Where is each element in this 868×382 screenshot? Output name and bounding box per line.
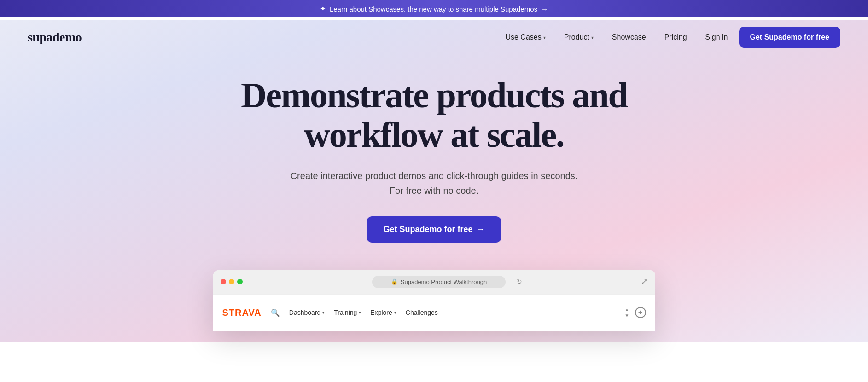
chevron-down-icon: ▾ <box>591 35 594 40</box>
chevron-down-icon: ▾ <box>543 35 546 40</box>
banner-arrow: → <box>541 5 548 13</box>
browser-nav-training[interactable]: Training ▾ <box>334 309 361 316</box>
address-bar-text: Supademo Product Walkthrough <box>401 278 487 285</box>
lock-icon: 🔒 <box>391 278 398 285</box>
refresh-icon[interactable]: ↻ <box>517 278 522 285</box>
strava-logo: STRAVA <box>222 307 262 318</box>
add-icon[interactable]: + <box>635 307 646 318</box>
nav-pricing[interactable]: Pricing <box>657 29 694 45</box>
chevron-down-icon: ▾ <box>394 310 396 315</box>
hero-cta-button[interactable]: Get Supademo for free → <box>367 216 501 243</box>
sign-in-link[interactable]: Sign in <box>698 29 735 45</box>
browser-right-side: ▲ ▼ + <box>625 307 646 318</box>
nav-product[interactable]: Product ▾ <box>557 29 601 45</box>
navbar: supademo Use Cases ▾ Product ▾ Showcase … <box>0 17 868 57</box>
hero-title: Demonstrate products and workflow at sca… <box>241 75 627 155</box>
browser-nav-dashboard[interactable]: Dashboard ▾ <box>289 309 325 316</box>
hero-section: Demonstrate products and workflow at sca… <box>0 20 868 342</box>
banner-text: Learn about Showcases, the new way to sh… <box>330 5 537 13</box>
browser-mockup: 🔒 Supademo Product Walkthrough ↻ ⤢ STRAV… <box>213 270 655 331</box>
browser-chrome: 🔒 Supademo Product Walkthrough ↻ ⤢ <box>213 270 655 294</box>
minimize-button-dot[interactable] <box>229 279 234 284</box>
search-icon[interactable]: 🔍 <box>271 308 280 317</box>
close-button-dot[interactable] <box>221 279 226 284</box>
hero-subtitle: Create interactive product demos and cli… <box>291 168 578 198</box>
nav-cta-button[interactable]: Get Supademo for free <box>739 27 840 48</box>
chevron-down-icon: ▾ <box>359 310 361 315</box>
address-bar[interactable]: 🔒 Supademo Product Walkthrough <box>372 276 506 288</box>
browser-body: STRAVA 🔍 Dashboard ▾ Training ▾ Explore … <box>213 294 655 331</box>
sparkle-icon: ✦ <box>320 5 326 13</box>
browser-nav-explore[interactable]: Explore ▾ <box>370 309 396 316</box>
announcement-banner[interactable]: ✦ Learn about Showcases, the new way to … <box>0 0 868 17</box>
expand-icon[interactable]: ⤢ <box>641 277 648 287</box>
nav-use-cases[interactable]: Use Cases ▾ <box>498 29 553 45</box>
sort-icon: ▲ ▼ <box>625 307 629 318</box>
nav-links: Use Cases ▾ Product ▾ Showcase Pricing S… <box>498 27 840 48</box>
browser-nav-challenges[interactable]: Challenges <box>406 309 438 316</box>
maximize-button-dot[interactable] <box>237 279 243 284</box>
browser-traffic-lights <box>221 279 243 284</box>
logo[interactable]: supademo <box>28 30 82 45</box>
chevron-down-icon: ▾ <box>322 310 325 315</box>
nav-showcase[interactable]: Showcase <box>605 29 653 45</box>
